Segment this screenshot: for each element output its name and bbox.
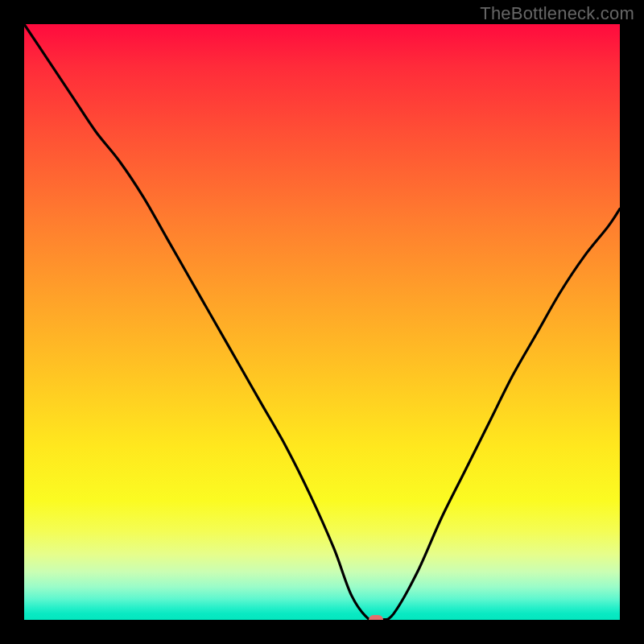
plot-area: [24, 24, 620, 620]
chart-frame: TheBottleneck.com: [0, 0, 644, 644]
optimal-marker: [369, 615, 383, 620]
watermark-text: TheBottleneck.com: [480, 3, 634, 24]
curve-path: [24, 24, 620, 620]
bottleneck-curve: [24, 24, 620, 620]
